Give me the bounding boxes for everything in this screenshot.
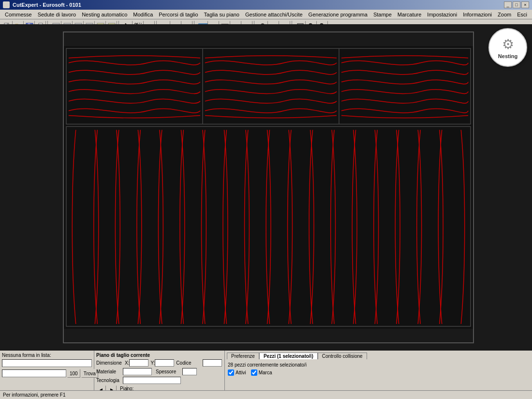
form-input-1[interactable] [2, 359, 92, 367]
nesting-label: Nesting [498, 53, 517, 59]
menu-stampe[interactable]: Stampe [370, 11, 395, 18]
btn-100[interactable]: 100 [67, 369, 80, 378]
minimize-button[interactable]: _ [504, 1, 512, 8]
y-input[interactable]: 1900 [155, 359, 174, 367]
x-input[interactable]: 3300 [129, 359, 148, 367]
tab-pezzi[interactable]: Pezzi (1 selezionato/i) [259, 353, 318, 359]
checkbox-attivi[interactable] [228, 369, 234, 376]
bottom-panel: Nessuna forma in lista: 484.90/21.17 1.8… [0, 351, 532, 399]
puzzle-icon: ⚙ [502, 36, 514, 52]
close-button[interactable]: × [521, 1, 529, 8]
dim-label: Dimensione [96, 360, 123, 366]
coord-input[interactable]: 484.90/21.17 1.84 [2, 369, 66, 377]
tecnologia-label: Tecnologia [96, 378, 123, 383]
menu-bar: Commesse Sedute di lavoro Nesting automa… [0, 10, 532, 19]
menu-gestione[interactable]: Gestione attacchi/Uscite [242, 11, 306, 18]
materiale-input[interactable]: ZINQTC [123, 368, 152, 375]
menu-impostazioni[interactable]: Impostazioni [424, 11, 460, 18]
menu-generazione[interactable]: Generazione programma [306, 11, 370, 18]
menu-modifica[interactable]: Modifica [130, 11, 156, 18]
app-icon [3, 1, 10, 8]
status-text: Per informazioni, premere F1 [3, 392, 66, 398]
right-info-section: Preferenze Pezzi (1 selezionato/i) Contr… [225, 351, 532, 390]
spessore-input[interactable]: 0.5 [182, 368, 197, 375]
menu-informazioni[interactable]: Informazioni [460, 11, 495, 18]
nesting-badge: ⚙ Nesting [488, 28, 527, 67]
tecnologia-input[interactable] [123, 377, 181, 384]
codice-input[interactable] [203, 359, 222, 367]
drawing-canvas[interactable] [63, 31, 474, 343]
checkbox-marca[interactable] [251, 369, 257, 376]
canvas-area[interactable]: ⚙ Nesting [0, 24, 532, 351]
svg-rect-55 [66, 126, 471, 326]
checkbox-attivi-label[interactable]: Attivi [228, 369, 246, 376]
menu-commesse[interactable]: Commesse [2, 11, 35, 18]
tab-content: 28 pezzi correntemente selezionato/i Att… [227, 361, 530, 377]
left-info-section: Nessuna forma in lista: 484.90/21.17 1.8… [0, 351, 94, 390]
menu-taglia[interactable]: Taglia su piano [201, 11, 242, 18]
tab-controllo[interactable]: Controllo collisione [318, 353, 367, 359]
menu-percorsi[interactable]: Percorsi di taglio [156, 11, 201, 18]
menu-esci[interactable]: Esci [514, 11, 530, 18]
menu-sedute[interactable]: Sedute di lavoro [35, 11, 79, 18]
materiale-label: Materiale [96, 369, 123, 374]
spessore-label: Spessore [156, 369, 182, 374]
title-bar: CutExpert - Eurosoft - 0101 _ □ × [0, 0, 532, 10]
pezzi-count: 28 pezzi correntemente selezionato/i [228, 362, 529, 368]
checkboxes: Attivi Marca [228, 369, 529, 376]
tab-preferenze[interactable]: Preferenze [227, 353, 259, 359]
window-controls[interactable]: _ □ × [504, 1, 529, 8]
menu-marcature[interactable]: Marcature [395, 11, 425, 18]
checkbox-marca-label[interactable]: Marca [251, 369, 272, 376]
maximize-button[interactable]: □ [513, 1, 520, 8]
window-title: CutExpert - Eurosoft - 0101 [13, 2, 81, 8]
menu-zoom[interactable]: Zoom [495, 11, 514, 18]
status-bar: Per informazioni, premere F1 [0, 390, 532, 399]
form-label-1: Nessuna forma in lista: [2, 353, 51, 358]
x-label: X: [125, 360, 129, 366]
info-tabs: Preferenze Pezzi (1 selezionato/i) Contr… [227, 353, 530, 359]
menu-nesting[interactable]: Nesting automatico [79, 11, 130, 18]
info-area: Nessuna forma in lista: 484.90/21.17 1.8… [0, 351, 532, 390]
y-label: Y: [150, 360, 155, 366]
mid-section-title: Piano di taglio corrente [96, 353, 222, 358]
mid-info-section: Piano di taglio corrente Dimensione X: 3… [94, 351, 225, 390]
codice-label: Codice [176, 360, 203, 366]
